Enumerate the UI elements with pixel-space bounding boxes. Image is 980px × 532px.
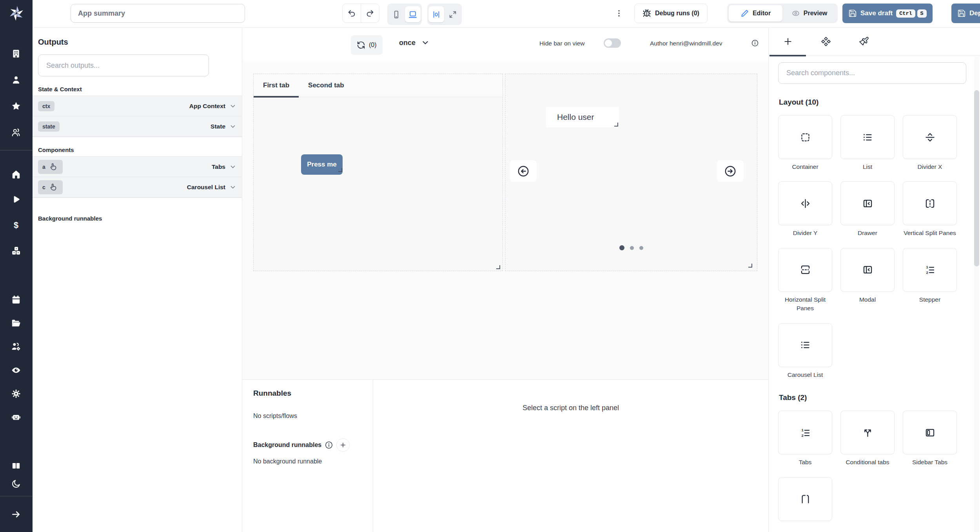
component-card-carousel-list[interactable]: Carousel List [778, 323, 832, 379]
center-canvas-button[interactable] [428, 6, 444, 22]
preview-tab[interactable]: Preview [782, 5, 836, 22]
sidebar-eye-icon[interactable] [11, 365, 21, 375]
components-scrollbar[interactable] [974, 57, 979, 532]
carousel-next-button[interactable] [717, 160, 744, 182]
sidebar-dollar-icon[interactable]: $ [11, 220, 21, 230]
scrollbar-thumb[interactable] [974, 90, 979, 266]
runnables-title: Runnables [253, 389, 373, 398]
carousel-resize-handle[interactable] [748, 264, 752, 268]
sidebar-star-icon[interactable] [11, 101, 21, 111]
undo-redo-group [342, 4, 379, 23]
component-card-vertical-split-panes[interactable]: Vertical Split Panes [903, 181, 957, 237]
undo-button[interactable] [343, 4, 361, 22]
windmill-logo[interactable] [8, 5, 25, 22]
component-card-stepper[interactable]: 12 Stepper [903, 248, 957, 313]
search-components-input[interactable] [778, 62, 966, 84]
chevron-down-icon[interactable] [229, 184, 236, 191]
divider-y-icon [800, 198, 811, 209]
sidebar-gear-icon[interactable] [11, 389, 21, 399]
hide-bar-label: Hide bar on view [539, 40, 584, 47]
hide-bar-toggle[interactable] [604, 38, 621, 48]
carousel-dot-2[interactable] [639, 246, 643, 250]
canvas-toolbar: (0) once Hide bar on view Author henri@w… [242, 27, 768, 61]
svg-text:$: $ [14, 220, 18, 230]
sidebar-cubes-icon[interactable] [11, 246, 21, 256]
component-card-container[interactable]: Container [778, 115, 832, 171]
tabs-component[interactable]: First tabSecond tab Press me [253, 74, 503, 271]
insert-component-tab[interactable] [769, 27, 807, 56]
component-card-label: Modal [859, 295, 876, 304]
carousel-dot-0[interactable] [619, 245, 624, 250]
conditional-icon [862, 427, 873, 438]
chevron-down-icon[interactable] [229, 163, 236, 170]
app-summary-input[interactable] [71, 4, 245, 23]
sidebar-robot-icon[interactable] [11, 412, 21, 422]
debug-runs-button[interactable]: Debug runs (0) [634, 4, 708, 23]
canvas-tab-0[interactable]: First tab [254, 74, 299, 97]
sidebar-moon-icon[interactable] [11, 479, 21, 489]
sidebar-books-icon[interactable] [11, 461, 21, 471]
sidebar-play-icon[interactable] [11, 195, 21, 205]
editor-tab[interactable]: Editor [729, 5, 782, 22]
more-menu-button[interactable] [614, 6, 624, 20]
text-resize-handle[interactable] [614, 123, 618, 127]
sidebar-arrow-right-icon[interactable] [11, 509, 21, 519]
search-outputs-input[interactable] [38, 54, 209, 76]
component-card-modal[interactable]: Modal [840, 248, 895, 313]
divider-x-icon [925, 132, 935, 143]
info-icon[interactable] [751, 39, 759, 47]
save-draft-button[interactable]: Save draft CtrlS [842, 4, 933, 23]
deploy-button[interactable]: Deploy [951, 4, 980, 23]
carousel-component[interactable]: Hello user [505, 74, 757, 271]
save-icon [848, 9, 857, 18]
redo-button[interactable] [361, 4, 379, 22]
editor-preview-toggle: Editor Preview [727, 4, 838, 23]
outputs-panel: Outputs State & Context ctx App Context … [33, 27, 242, 532]
component-card-horizontal-split-panes[interactable]: Horizontal Split Panes [778, 248, 832, 313]
sidebar-users-gear-icon[interactable] [11, 342, 21, 352]
button-resize-handle[interactable] [338, 168, 342, 172]
canvas-tab-1[interactable]: Second tab [299, 74, 354, 97]
chevron-down-icon[interactable] [229, 103, 236, 110]
component-card-divider-x[interactable]: Divider X [903, 115, 957, 171]
desktop-view-button[interactable] [405, 6, 421, 22]
center-align-icon [432, 10, 441, 19]
sidebar-calendar-icon[interactable] [11, 295, 21, 305]
component-card-tabs[interactable]: 12 Tabs [778, 411, 832, 467]
tabs-resize-handle[interactable] [496, 265, 500, 269]
component-settings-tab[interactable] [807, 27, 845, 56]
chevron-down-icon[interactable] [229, 123, 236, 130]
state-row-ctx[interactable]: ctx App Context [33, 96, 242, 116]
component-card-sidebar-tabs[interactable]: Sidebar Tabs [903, 411, 957, 467]
sidebar-users-icon[interactable] [11, 127, 21, 138]
drawer-icon [862, 264, 873, 275]
components-panel: Layout (10) Container List Divider X Div… [768, 27, 980, 532]
sidebar-user-icon[interactable] [11, 75, 21, 85]
sidebar-building-icon[interactable] [11, 49, 21, 59]
sidebar-home-icon[interactable] [11, 169, 21, 179]
component-card-label: Horizontal Split Panes [778, 295, 832, 313]
text-component[interactable]: Hello user [546, 107, 619, 127]
component-row-c[interactable]: c Carousel List [33, 177, 242, 197]
state-row-state[interactable]: state State [33, 116, 242, 137]
carousel-prev-button[interactable] [510, 160, 537, 182]
carousel-dot-1[interactable] [630, 246, 634, 250]
component-card-list[interactable]: List [840, 115, 895, 171]
app-canvas[interactable]: First tabSecond tab Press me Hello user [242, 61, 768, 379]
component-row-a[interactable]: a Tabs [33, 156, 242, 177]
refresh-button[interactable]: (0) [351, 35, 383, 55]
kbd-s: S [917, 9, 927, 18]
save-icon [957, 9, 966, 18]
list-icon [862, 132, 873, 143]
component-card-conditional-tabs[interactable]: Conditional tabs [840, 411, 895, 467]
add-background-runnable-button[interactable] [336, 438, 350, 452]
theme-tab[interactable] [845, 27, 883, 56]
schedule-mode-dropdown[interactable]: once [399, 38, 430, 47]
component-card-divider-y[interactable]: Divider Y [778, 181, 832, 237]
press-me-button[interactable]: Press me [301, 154, 343, 175]
mobile-view-button[interactable] [388, 6, 404, 22]
sidebar-folder-icon[interactable] [11, 318, 21, 328]
fullwidth-canvas-button[interactable] [445, 6, 461, 22]
component-card-partial[interactable] [778, 477, 832, 521]
component-card-drawer[interactable]: Drawer [840, 181, 895, 237]
